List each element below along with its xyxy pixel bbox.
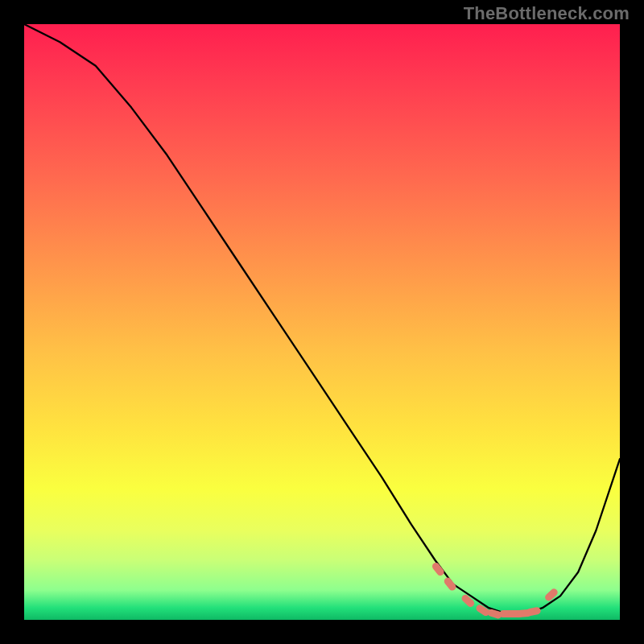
curve-marker: [460, 593, 476, 609]
chart-frame: TheBottleneck.com: [0, 0, 644, 644]
bottleneck-curve-path: [24, 24, 620, 614]
curve-marker: [526, 606, 541, 616]
plot-area: [24, 24, 620, 620]
curve-marker: [475, 604, 491, 617]
curve-marker: [443, 576, 457, 592]
watermark-text: TheBottleneck.com: [464, 3, 630, 24]
curve-marker: [543, 587, 559, 602]
curve-svg: [24, 24, 620, 620]
curve-marker: [431, 561, 445, 577]
curve-markers: [431, 561, 559, 619]
